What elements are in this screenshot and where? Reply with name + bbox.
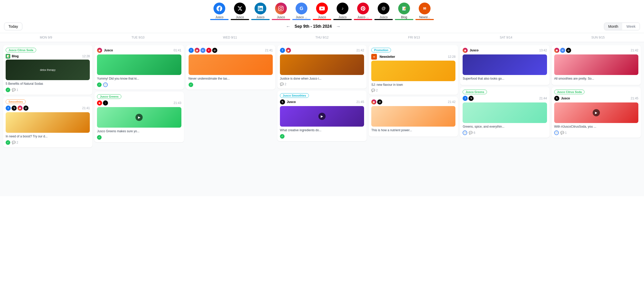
social-item-youtube[interactable]: Jusco <box>313 3 331 19</box>
fb-icon-wed: f <box>189 48 194 53</box>
card-tag-greens-tue: Jusco Greens <box>97 94 121 99</box>
bar-youtube <box>313 19 331 20</box>
card-text-thu-1: Justice is done when Jusco i... <box>280 77 364 81</box>
ig-icon: ◉ <box>17 106 23 111</box>
card-time-sun-2: 21:45 <box>631 97 638 100</box>
threads-icon: @ <box>378 3 389 14</box>
google-icon: G <box>296 3 307 14</box>
card-mon-2[interactable]: Smoothies f 𝕏 ◉ @ 21:41 In need of a boo… <box>3 97 92 147</box>
calendar-grid: Jusco Citrus Soda 📝 Blog 12:28 detox the… <box>0 42 644 196</box>
today-button[interactable]: Today <box>4 23 22 30</box>
tw-icon-sun: 𝕏 <box>554 96 559 101</box>
card-time-sat-1: 13:42 <box>539 49 547 52</box>
col-sunday: ◉ G @ 21:42 All smoothies are pretty. So… <box>551 44 642 194</box>
social-nav: Jusco Jusco Jusco Jusco G Jusco ... Jusc… <box>0 0 644 19</box>
social-label-tiktok: Jusco <box>338 15 346 19</box>
tw-icon-thu: 𝕏 <box>280 99 285 105</box>
social-item-twitter[interactable]: Jusco <box>231 3 249 19</box>
card-time-tue-2: 21:43 <box>174 101 181 105</box>
th-icon-wed: @ <box>212 48 217 53</box>
col-friday: Promotion ✉ Newsletter 12:28 SJ: new fla… <box>368 44 459 194</box>
promotion-tag-fri: Promotion <box>371 48 391 52</box>
instagram-icon <box>275 3 287 14</box>
card-time-sat-2: 21:44 <box>539 97 547 100</box>
card-time-mon-1: 12:28 <box>82 54 90 58</box>
bar-threads <box>374 19 393 20</box>
card-tue-1[interactable]: ◉ Jusco 01:41 Yummy! Did you know that k… <box>94 45 184 90</box>
linkedin-icon <box>255 3 266 14</box>
card-text-sun-1: All smoothies are pretty. So... <box>554 77 638 81</box>
social-item-blog[interactable]: 📝 Blog <box>395 3 413 19</box>
social-item-linkedin[interactable]: Jusco <box>251 3 270 19</box>
calendar-header: Today ← Sep 9th - 15th 2024 → Month Week <box>0 20 644 33</box>
card-text-fri-1: SJ: new flavour in town <box>371 83 455 87</box>
blog-channel-icon: 📝 <box>6 54 10 59</box>
card-footer-thu-1: 💬 2 <box>280 82 364 86</box>
date-range: Sep 9th - 15th 2024 <box>295 24 332 29</box>
card-footer-tue-2: ✓ <box>97 135 181 140</box>
check-wed-1: ✓ <box>189 82 193 87</box>
card-wed-1[interactable]: f ◉ G P @ 21:41 Never underestimate the … <box>186 45 275 90</box>
day-header-thu: THU 9/12 <box>276 33 368 42</box>
ig-icon-wed: ◉ <box>194 48 200 53</box>
card-sun-2[interactable]: Jusco Citrus Soda 𝕏 Jusco 21:45 ▶ With #… <box>552 87 641 138</box>
card-thu-1[interactable]: f ◉ 21:42 Justice is done when Jusco i..… <box>277 45 367 89</box>
day-header-wed: WED 9/11 <box>184 33 276 42</box>
card-fri-2[interactable]: ◉ @ 21:42 This is how a nutrient power..… <box>369 97 458 137</box>
ig-icon-sat: ◉ <box>463 48 468 53</box>
card-img-thu-2: ▶ <box>280 106 364 127</box>
card-tue-2[interactable]: Jusco Greens ▶ ♪ 21:43 ▶ Jusco Greens ma… <box>94 92 184 142</box>
day-header-sun: SUN 9/15 <box>552 33 644 42</box>
card-time-tue-1: 01:41 <box>174 49 181 52</box>
card-img-fri-1 <box>371 61 455 81</box>
card-sat-1[interactable]: ◉ Jusco 13:42 Superfood that also looks … <box>460 45 549 85</box>
ig-icon-sun: ◉ <box>554 48 559 53</box>
tw-icon: 𝕏 <box>12 106 17 111</box>
card-mon-1[interactable]: Jusco Citrus Soda 📝 Blog 12:28 detox the… <box>3 45 92 95</box>
next-week-button[interactable]: → <box>336 24 340 29</box>
social-item-pinterest[interactable]: Jusco ... <box>354 3 372 19</box>
bar-instagram <box>272 19 290 20</box>
card-footer-sat-2: 🕐 💬 6 <box>463 130 547 135</box>
social-item-google[interactable]: G Jusco ... <box>292 3 311 19</box>
channel-icons-tue-2: ▶ ♪ <box>97 100 108 106</box>
card-img-thu-1 <box>280 54 364 75</box>
comment-count-mon-2: 💬 2 <box>12 141 18 144</box>
social-item-facebook[interactable]: Jusco <box>210 3 229 19</box>
day-header-mon: MON 9/9 <box>0 33 92 42</box>
comment-count-sat-2: 💬 6 <box>469 131 475 135</box>
view-toggle: Month Week <box>604 23 640 30</box>
social-item-threads[interactable]: @ Jusco <box>374 3 393 19</box>
day-header-tue: TUE 9/10 <box>92 33 184 42</box>
social-label-newsletter: Newsl... <box>419 15 430 19</box>
pi-icon-wed: P <box>206 48 211 53</box>
card-footer-thu-2: ✓ <box>280 134 364 139</box>
comment-count-thu-1: 💬 2 <box>280 82 286 86</box>
card-tag-greens-sat: Jusco Greens <box>463 90 487 94</box>
card-img-sun-2: ▶ <box>554 102 638 123</box>
newsletter-channel-name-fri: Newsletter <box>379 55 395 59</box>
prev-week-button[interactable]: ← <box>286 24 290 29</box>
week-view-button[interactable]: Week <box>622 23 640 30</box>
channel-name-thu-2: Jusco <box>287 100 296 104</box>
social-label-threads: Jusco <box>379 15 387 19</box>
social-item-tiktok[interactable]: ♪ Jusco <box>333 3 352 19</box>
month-view-button[interactable]: Month <box>604 23 622 30</box>
col-tuesday: ◉ Jusco 01:41 Yummy! Did you know that k… <box>93 44 185 194</box>
tk-icon-tue: ♪ <box>103 100 108 106</box>
card-tag-citrus-sun: Jusco Citrus Soda <box>554 90 585 94</box>
card-tag-smoothies: Smoothies <box>6 99 26 104</box>
clock-sat-2: 🕐 <box>463 130 467 135</box>
social-item-newsletter[interactable]: ✉ Newsl... <box>415 3 434 19</box>
card-sat-2[interactable]: Jusco Greens f 𝕏 21:44 Greens, spice, an… <box>460 87 549 138</box>
card-thu-2[interactable]: Jusco Smoothies 𝕏 Jusco 21:45 ▶ What cre… <box>277 91 367 141</box>
clock-tue-1: 🕐 <box>103 82 108 87</box>
comment-count-mon-1: 💬 1 <box>12 88 18 92</box>
social-label-linkedin: Jusco <box>256 15 264 19</box>
card-fri-1[interactable]: Promotion ✉ Newsletter 12:28 SJ: new fla… <box>369 45 458 95</box>
fb-icon-thu: f <box>280 48 285 53</box>
social-item-instagram[interactable]: Jusco <box>272 3 290 19</box>
card-text-tue-1: Yummy! Did you know that ki... <box>97 77 181 81</box>
card-sun-1[interactable]: ◉ G @ 21:42 All smoothies are pretty. So… <box>552 45 641 85</box>
day-header-sat: SAT 9/14 <box>460 33 552 42</box>
